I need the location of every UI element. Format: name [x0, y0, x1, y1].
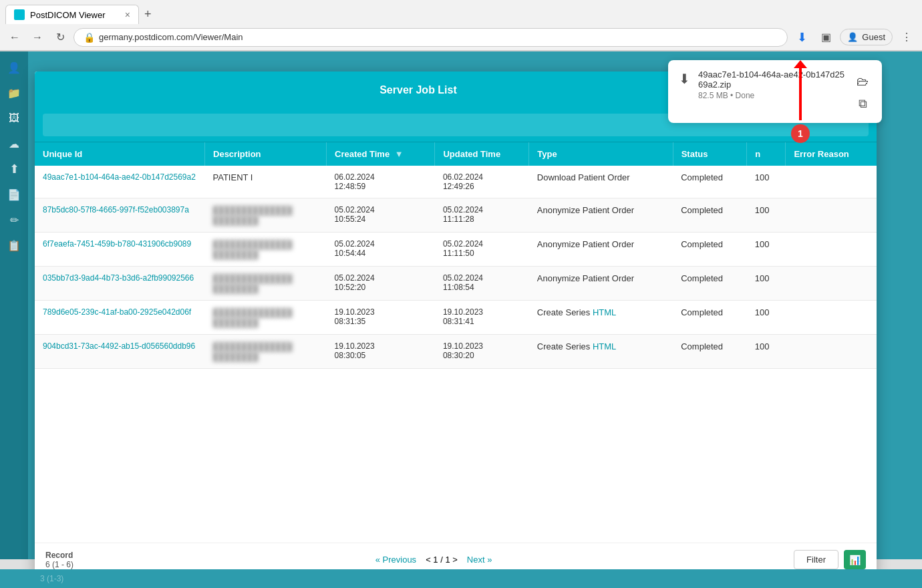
content-area: Server Job List ⬇ ✎ ↩ ✕	[28, 51, 922, 559]
sidebar-icon-cloud[interactable]: ☁	[3, 133, 25, 154]
col-type: Type	[529, 142, 673, 166]
col-error-reason: Error Reason	[786, 142, 877, 166]
table-row[interactable]: 87b5dc80-57f8-4665-997f-f52eb003897a████…	[35, 198, 877, 233]
url-text: germany.postdicom.com/Viewer/Main	[99, 32, 778, 42]
tab-favicon	[14, 9, 25, 20]
description-cell: PATIENT I	[205, 166, 327, 198]
status-cell: Completed	[673, 233, 747, 267]
n-cell: 100	[747, 301, 786, 335]
error-reason-cell	[786, 233, 877, 267]
uid-cell: 6f7eaefa-7451-459b-b780-431906cb9089	[35, 233, 205, 267]
sidebar-toggle-button[interactable]: ▣	[816, 27, 836, 47]
uid-cell: 87b5dc80-57f8-4665-997f-f52eb003897a	[35, 198, 205, 233]
server-job-list-modal: Server Job List ⬇ ✎ ↩ ✕	[35, 71, 877, 576]
next-page-button[interactable]: Next »	[462, 552, 498, 567]
address-bar[interactable]: 🔒 germany.postdicom.com/Viewer/Main	[73, 28, 788, 47]
updated-time-cell: 05.02.202411:08:54	[435, 267, 529, 301]
type-cell: Create Series HTML	[529, 335, 673, 369]
col-description: Description	[205, 142, 327, 166]
menu-button[interactable]: ⋮	[897, 27, 917, 47]
updated-time-cell: 05.02.202411:11:28	[435, 198, 529, 233]
created-time-cell: 19.10.202308:31:35	[327, 301, 435, 335]
download-info: 49aac7e1-b104-464a-ae42-0b147d2569a2.zip…	[698, 69, 846, 100]
job-list-table: Unique Id Description Created Time ▼ Upd…	[35, 142, 877, 369]
download-meta: 82.5 MB • Done	[698, 91, 846, 100]
status-cell: Completed	[673, 267, 747, 301]
n-cell: 100	[747, 198, 786, 233]
sidebar-icon-user[interactable]: 👤	[3, 57, 25, 78]
browser-action-icons: ⬇ ▣ 👤 Guest ⋮	[792, 27, 917, 47]
blurred-text: ██████████████████████	[213, 274, 293, 293]
refresh-button[interactable]: ↻	[51, 28, 69, 47]
description-cell: ██████████████████████	[205, 233, 327, 267]
download-file-icon: ⬇	[679, 71, 690, 87]
excel-export-button[interactable]: 📊	[844, 550, 866, 569]
download-popup: ⬇ 49aac7e1-b104-464a-ae42-0b147d2569a2.z…	[668, 60, 882, 123]
status-cell: Completed	[673, 301, 747, 335]
col-unique-id: Unique Id	[35, 142, 205, 166]
table-empty-space	[35, 369, 877, 543]
col-updated-time: Updated Time	[435, 142, 529, 166]
sidebar-icon-folder[interactable]: 📁	[3, 82, 25, 104]
type-cell: Anonymize Patient Order	[529, 267, 673, 301]
n-cell: 100	[747, 166, 786, 198]
open-file-button[interactable]: ⧉	[856, 94, 870, 114]
n-cell: 100	[747, 267, 786, 301]
status-cell: Completed	[673, 198, 747, 233]
table-row[interactable]: 035bb7d3-9ad4-4b73-b3d6-a2fb99092566████…	[35, 267, 877, 301]
background-hint-bar: 3 (1-3)	[0, 569, 922, 588]
tab-close-button[interactable]: ×	[125, 9, 130, 20]
address-bar-row: ← → ↻ 🔒 germany.postdicom.com/Viewer/Mai…	[0, 24, 922, 51]
description-cell: ██████████████████████	[205, 335, 327, 369]
status-cell: Completed	[673, 166, 747, 198]
table-row[interactable]: 6f7eaefa-7451-459b-b780-431906cb9089████…	[35, 233, 877, 267]
download-manager-button[interactable]: ⬇	[792, 27, 812, 47]
sidebar-icon-upload[interactable]: ⬆	[3, 158, 25, 180]
uid-cell: 789d6e05-239c-41af-ba00-2925e042d06f	[35, 301, 205, 335]
sidebar-icon-image[interactable]: 🖼	[3, 108, 25, 129]
profile-button[interactable]: 👤 Guest	[840, 29, 893, 45]
table-row[interactable]: 789d6e05-239c-41af-ba00-2925e042d06f████…	[35, 301, 877, 335]
table-row[interactable]: 904bcd31-73ac-4492-ab15-d056560ddb96████…	[35, 335, 877, 369]
download-actions: 🗁 ⧉	[854, 72, 871, 114]
updated-time-cell: 19.10.202308:31:41	[435, 301, 529, 335]
type-cell: Create Series HTML	[529, 301, 673, 335]
table-body: 49aac7e1-b104-464a-ae42-0b147d2569a2PATI…	[35, 166, 877, 369]
created-time-cell: 06.02.202412:48:59	[327, 166, 435, 198]
download-status: Done	[736, 91, 755, 100]
table-row[interactable]: 49aac7e1-b104-464a-ae42-0b147d2569a2PATI…	[35, 166, 877, 198]
excel-icon: 📊	[849, 555, 861, 565]
open-folder-button[interactable]: 🗁	[854, 72, 871, 92]
back-button[interactable]: ←	[5, 28, 24, 47]
blurred-text: ██████████████████████	[213, 240, 293, 259]
record-info: Record 6 (1 - 6)	[45, 551, 73, 569]
filter-button[interactable]: Filter	[794, 550, 838, 569]
col-n: n	[747, 142, 786, 166]
updated-time-cell: 19.10.202308:30:20	[435, 335, 529, 369]
created-time-cell: 05.02.202410:55:24	[327, 198, 435, 233]
created-time-cell: 19.10.202308:30:05	[327, 335, 435, 369]
n-cell: 100	[747, 233, 786, 267]
new-tab-button[interactable]: +	[139, 5, 157, 24]
sidebar-icon-document[interactable]: 📄	[3, 184, 25, 205]
main-area: 👤 📁 🖼 ☁ ⬆ 📄 ✏ 📋 Server Job List ⬇ ✎ ↩ ✕	[0, 51, 922, 559]
tab-title: PostDICOM Viewer	[30, 10, 105, 20]
type-cell: Anonymize Patient Order	[529, 198, 673, 233]
uid-cell: 035bb7d3-9ad4-4b73-b3d6-a2fb99092566	[35, 267, 205, 301]
page-info: < 1 / 1 >	[426, 555, 458, 565]
active-tab[interactable]: PostDICOM Viewer ×	[5, 5, 139, 24]
prev-page-button[interactable]: « Previous	[370, 552, 422, 567]
updated-time-cell: 05.02.202411:11:50	[435, 233, 529, 267]
profile-label: Guest	[862, 32, 885, 42]
error-reason-cell	[786, 335, 877, 369]
sidebar-icon-list[interactable]: 📋	[3, 235, 25, 256]
description-cell: ██████████████████████	[205, 267, 327, 301]
profile-icon: 👤	[847, 32, 858, 42]
sidebar-icon-edit[interactable]: ✏	[3, 209, 25, 231]
col-status: Status	[673, 142, 747, 166]
download-filename: 49aac7e1-b104-464a-ae42-0b147d2569a2.zip	[698, 69, 846, 90]
left-sidebar: 👤 📁 🖼 ☁ ⬆ 📄 ✏ 📋	[0, 51, 28, 559]
browser-tabs: PostDICOM Viewer × +	[0, 0, 922, 24]
forward-button[interactable]: →	[28, 28, 47, 47]
record-range: 6 (1 - 6)	[45, 560, 73, 569]
